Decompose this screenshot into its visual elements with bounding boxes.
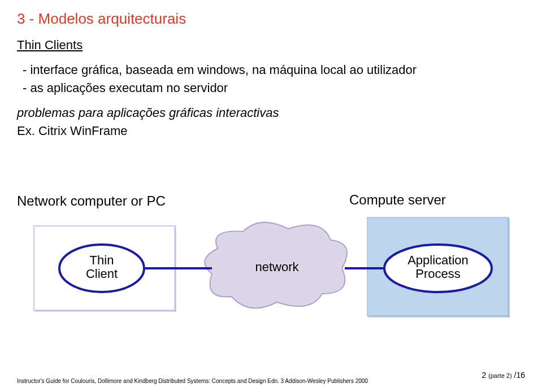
svg-rect-0 [35, 310, 176, 312]
page-number: 2 (parte 2) /16 [482, 371, 525, 380]
client-text: Client [86, 267, 118, 281]
process-text: Process [415, 267, 460, 281]
bullet-apps: - as aplicações executam no servidor [23, 81, 525, 95]
footer-citation: Instructor's Guide for Coulouris, Dollim… [17, 378, 368, 384]
problems-note: problemas para aplicações gráficas inter… [17, 106, 525, 120]
application-text: Application [407, 253, 469, 267]
bullet-interface: - interface gráfica, baseada em windows,… [23, 63, 525, 77]
svg-rect-2 [368, 315, 510, 317]
network-text: network [255, 260, 299, 274]
thin-text: Thin [90, 253, 114, 267]
thin-clients-heading: Thin Clients [17, 38, 525, 53]
example-line: Ex. Citrix WinFrame [17, 124, 525, 138]
section-title: 3 - Modelos arquitecturais [17, 10, 525, 28]
pc-label: Network computer or PC [17, 193, 166, 209]
svg-rect-3 [508, 219, 510, 317]
server-label: Compute server [349, 192, 446, 208]
architecture-diagram: Thin Client Application Process network [17, 209, 526, 339]
